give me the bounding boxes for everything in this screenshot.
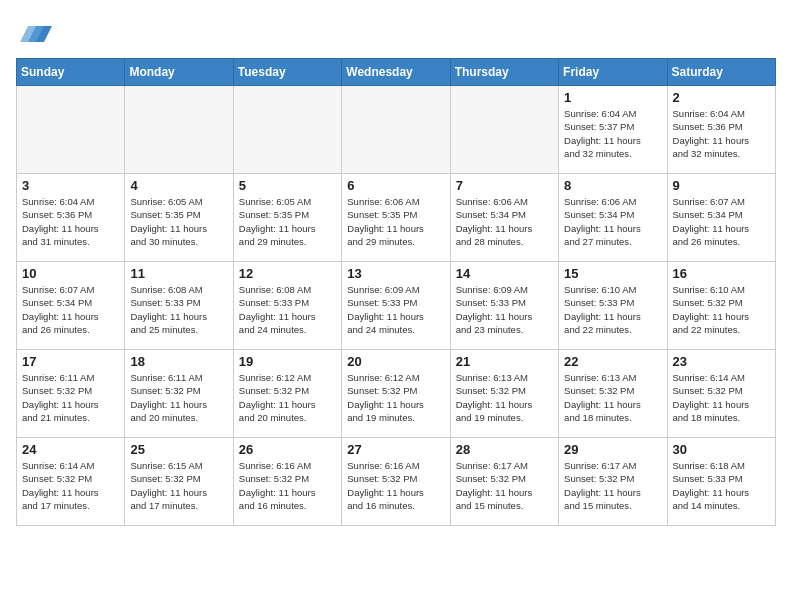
day-number: 2 [673, 90, 770, 105]
day-number: 13 [347, 266, 444, 281]
day-number: 30 [673, 442, 770, 457]
calendar-day: 30Sunrise: 6:18 AM Sunset: 5:33 PM Dayli… [667, 438, 775, 526]
calendar-day [342, 86, 450, 174]
calendar-week-row: 3Sunrise: 6:04 AM Sunset: 5:36 PM Daylig… [17, 174, 776, 262]
calendar-day: 11Sunrise: 6:08 AM Sunset: 5:33 PM Dayli… [125, 262, 233, 350]
day-number: 29 [564, 442, 661, 457]
day-number: 9 [673, 178, 770, 193]
day-number: 10 [22, 266, 119, 281]
calendar-day: 12Sunrise: 6:08 AM Sunset: 5:33 PM Dayli… [233, 262, 341, 350]
day-number: 23 [673, 354, 770, 369]
day-number: 16 [673, 266, 770, 281]
calendar-day: 19Sunrise: 6:12 AM Sunset: 5:32 PM Dayli… [233, 350, 341, 438]
day-info: Sunrise: 6:11 AM Sunset: 5:32 PM Dayligh… [130, 371, 227, 424]
calendar-day: 2Sunrise: 6:04 AM Sunset: 5:36 PM Daylig… [667, 86, 775, 174]
day-info: Sunrise: 6:07 AM Sunset: 5:34 PM Dayligh… [22, 283, 119, 336]
calendar-week-row: 17Sunrise: 6:11 AM Sunset: 5:32 PM Dayli… [17, 350, 776, 438]
calendar-day: 5Sunrise: 6:05 AM Sunset: 5:35 PM Daylig… [233, 174, 341, 262]
day-info: Sunrise: 6:08 AM Sunset: 5:33 PM Dayligh… [239, 283, 336, 336]
day-info: Sunrise: 6:13 AM Sunset: 5:32 PM Dayligh… [456, 371, 553, 424]
calendar-day: 13Sunrise: 6:09 AM Sunset: 5:33 PM Dayli… [342, 262, 450, 350]
day-number: 14 [456, 266, 553, 281]
calendar-day: 28Sunrise: 6:17 AM Sunset: 5:32 PM Dayli… [450, 438, 558, 526]
calendar-day: 21Sunrise: 6:13 AM Sunset: 5:32 PM Dayli… [450, 350, 558, 438]
calendar-day: 7Sunrise: 6:06 AM Sunset: 5:34 PM Daylig… [450, 174, 558, 262]
calendar-day [450, 86, 558, 174]
calendar-day: 8Sunrise: 6:06 AM Sunset: 5:34 PM Daylig… [559, 174, 667, 262]
day-number: 18 [130, 354, 227, 369]
day-info: Sunrise: 6:11 AM Sunset: 5:32 PM Dayligh… [22, 371, 119, 424]
day-info: Sunrise: 6:14 AM Sunset: 5:32 PM Dayligh… [673, 371, 770, 424]
day-info: Sunrise: 6:14 AM Sunset: 5:32 PM Dayligh… [22, 459, 119, 512]
calendar-day: 15Sunrise: 6:10 AM Sunset: 5:33 PM Dayli… [559, 262, 667, 350]
calendar-day: 6Sunrise: 6:06 AM Sunset: 5:35 PM Daylig… [342, 174, 450, 262]
day-number: 7 [456, 178, 553, 193]
day-info: Sunrise: 6:08 AM Sunset: 5:33 PM Dayligh… [130, 283, 227, 336]
day-info: Sunrise: 6:10 AM Sunset: 5:33 PM Dayligh… [564, 283, 661, 336]
day-info: Sunrise: 6:06 AM Sunset: 5:35 PM Dayligh… [347, 195, 444, 248]
day-number: 4 [130, 178, 227, 193]
day-number: 22 [564, 354, 661, 369]
calendar-day: 14Sunrise: 6:09 AM Sunset: 5:33 PM Dayli… [450, 262, 558, 350]
calendar-day: 29Sunrise: 6:17 AM Sunset: 5:32 PM Dayli… [559, 438, 667, 526]
day-info: Sunrise: 6:12 AM Sunset: 5:32 PM Dayligh… [347, 371, 444, 424]
day-number: 17 [22, 354, 119, 369]
calendar-day: 16Sunrise: 6:10 AM Sunset: 5:32 PM Dayli… [667, 262, 775, 350]
day-info: Sunrise: 6:04 AM Sunset: 5:36 PM Dayligh… [673, 107, 770, 160]
day-info: Sunrise: 6:13 AM Sunset: 5:32 PM Dayligh… [564, 371, 661, 424]
day-header-friday: Friday [559, 59, 667, 86]
day-number: 19 [239, 354, 336, 369]
day-number: 26 [239, 442, 336, 457]
calendar-day: 24Sunrise: 6:14 AM Sunset: 5:32 PM Dayli… [17, 438, 125, 526]
day-info: Sunrise: 6:17 AM Sunset: 5:32 PM Dayligh… [564, 459, 661, 512]
day-info: Sunrise: 6:07 AM Sunset: 5:34 PM Dayligh… [673, 195, 770, 248]
calendar-day [233, 86, 341, 174]
calendar-day: 10Sunrise: 6:07 AM Sunset: 5:34 PM Dayli… [17, 262, 125, 350]
calendar-header-row: SundayMondayTuesdayWednesdayThursdayFrid… [17, 59, 776, 86]
calendar-week-row: 10Sunrise: 6:07 AM Sunset: 5:34 PM Dayli… [17, 262, 776, 350]
day-info: Sunrise: 6:05 AM Sunset: 5:35 PM Dayligh… [239, 195, 336, 248]
day-number: 20 [347, 354, 444, 369]
logo [16, 16, 52, 48]
day-number: 3 [22, 178, 119, 193]
calendar-day: 3Sunrise: 6:04 AM Sunset: 5:36 PM Daylig… [17, 174, 125, 262]
day-info: Sunrise: 6:18 AM Sunset: 5:33 PM Dayligh… [673, 459, 770, 512]
day-info: Sunrise: 6:09 AM Sunset: 5:33 PM Dayligh… [347, 283, 444, 336]
day-info: Sunrise: 6:04 AM Sunset: 5:37 PM Dayligh… [564, 107, 661, 160]
calendar-day: 25Sunrise: 6:15 AM Sunset: 5:32 PM Dayli… [125, 438, 233, 526]
day-header-wednesday: Wednesday [342, 59, 450, 86]
calendar-day: 9Sunrise: 6:07 AM Sunset: 5:34 PM Daylig… [667, 174, 775, 262]
day-info: Sunrise: 6:09 AM Sunset: 5:33 PM Dayligh… [456, 283, 553, 336]
day-info: Sunrise: 6:17 AM Sunset: 5:32 PM Dayligh… [456, 459, 553, 512]
day-number: 28 [456, 442, 553, 457]
calendar-day: 1Sunrise: 6:04 AM Sunset: 5:37 PM Daylig… [559, 86, 667, 174]
day-number: 25 [130, 442, 227, 457]
day-number: 24 [22, 442, 119, 457]
calendar-day: 18Sunrise: 6:11 AM Sunset: 5:32 PM Dayli… [125, 350, 233, 438]
day-info: Sunrise: 6:06 AM Sunset: 5:34 PM Dayligh… [564, 195, 661, 248]
day-header-monday: Monday [125, 59, 233, 86]
day-number: 6 [347, 178, 444, 193]
day-header-tuesday: Tuesday [233, 59, 341, 86]
day-info: Sunrise: 6:05 AM Sunset: 5:35 PM Dayligh… [130, 195, 227, 248]
calendar-day: 23Sunrise: 6:14 AM Sunset: 5:32 PM Dayli… [667, 350, 775, 438]
day-header-sunday: Sunday [17, 59, 125, 86]
day-info: Sunrise: 6:12 AM Sunset: 5:32 PM Dayligh… [239, 371, 336, 424]
day-info: Sunrise: 6:04 AM Sunset: 5:36 PM Dayligh… [22, 195, 119, 248]
day-number: 11 [130, 266, 227, 281]
day-number: 5 [239, 178, 336, 193]
calendar-table: SundayMondayTuesdayWednesdayThursdayFrid… [16, 58, 776, 526]
day-number: 15 [564, 266, 661, 281]
calendar-day: 26Sunrise: 6:16 AM Sunset: 5:32 PM Dayli… [233, 438, 341, 526]
day-number: 21 [456, 354, 553, 369]
day-number: 1 [564, 90, 661, 105]
day-header-saturday: Saturday [667, 59, 775, 86]
calendar-day: 4Sunrise: 6:05 AM Sunset: 5:35 PM Daylig… [125, 174, 233, 262]
day-number: 12 [239, 266, 336, 281]
day-info: Sunrise: 6:16 AM Sunset: 5:32 PM Dayligh… [347, 459, 444, 512]
day-info: Sunrise: 6:16 AM Sunset: 5:32 PM Dayligh… [239, 459, 336, 512]
calendar-day: 27Sunrise: 6:16 AM Sunset: 5:32 PM Dayli… [342, 438, 450, 526]
calendar-day [125, 86, 233, 174]
calendar-day: 20Sunrise: 6:12 AM Sunset: 5:32 PM Dayli… [342, 350, 450, 438]
calendar-day: 17Sunrise: 6:11 AM Sunset: 5:32 PM Dayli… [17, 350, 125, 438]
